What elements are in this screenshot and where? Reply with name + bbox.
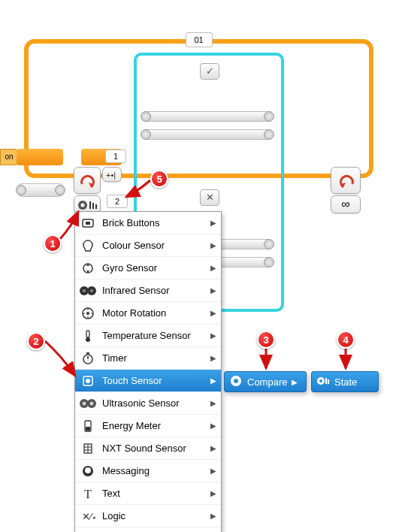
callout-1: 1	[44, 234, 62, 252]
callout-3: 3	[257, 331, 275, 349]
callout-4: 4	[337, 331, 355, 349]
callout-5: 5	[150, 170, 168, 188]
callout-2: 2	[27, 332, 45, 350]
